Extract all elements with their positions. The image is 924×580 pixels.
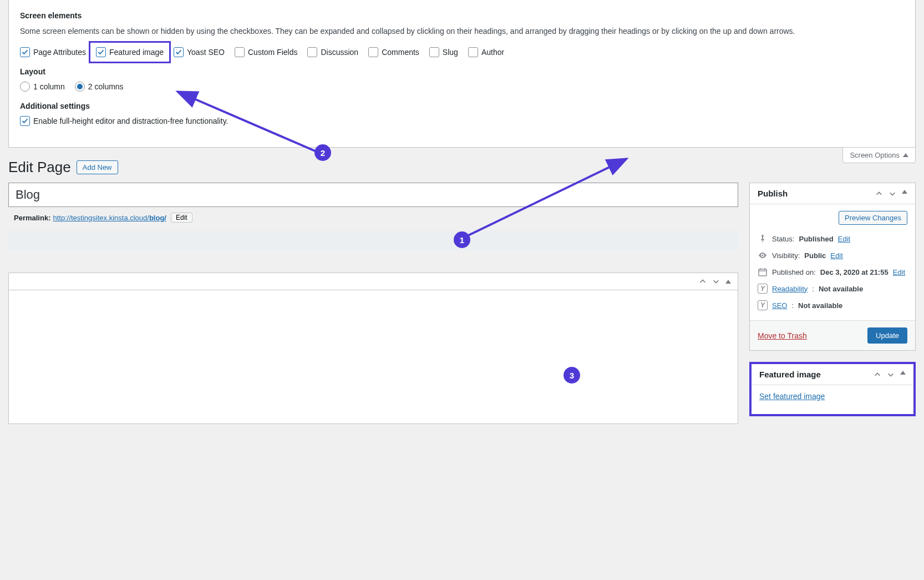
svg-line-6 bbox=[460, 159, 627, 239]
annotation-arrow-1 bbox=[0, 148, 924, 436]
annotation-badge-2: 2 bbox=[314, 144, 331, 161]
annotation-badge-3: 3 bbox=[563, 367, 580, 384]
annotation-badge-1: 1 bbox=[454, 231, 470, 248]
annotation-arrow-2 bbox=[0, 0, 924, 167]
svg-line-8 bbox=[177, 92, 319, 153]
